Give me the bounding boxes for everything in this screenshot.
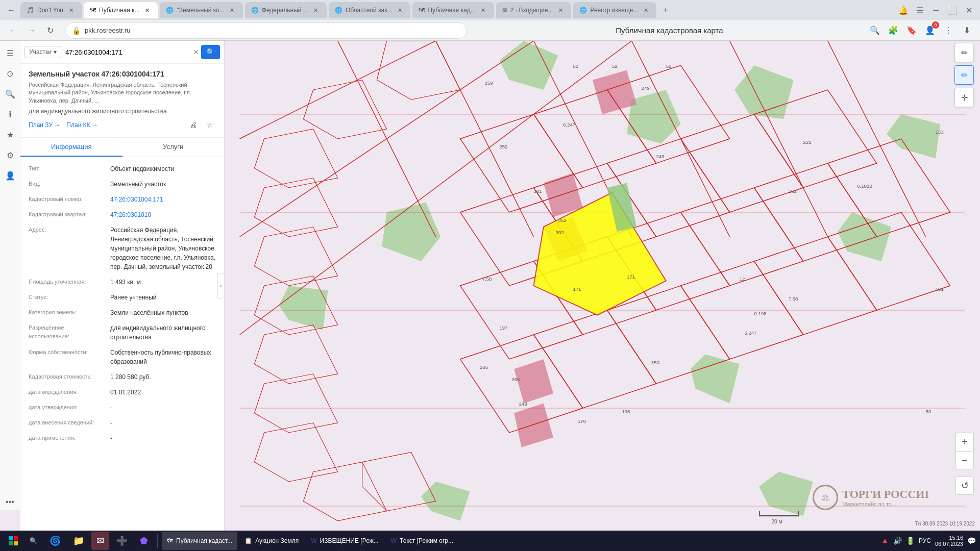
taskbar-word2-label: Текст [Режим огр... (400, 537, 453, 544)
close-btn[interactable]: ✕ (962, 3, 976, 17)
address-bar[interactable]: 🔒 pkk.rosreestr.ru (65, 22, 467, 39)
taskbar-purple-app[interactable]: ⬟ (135, 532, 153, 550)
sidebar-settings-icon[interactable]: ⚙ (2, 147, 18, 163)
favorite-icon[interactable]: ☆ (204, 119, 216, 131)
taskbar-purple-icon: ⬟ (140, 535, 148, 546)
sidebar-home-icon[interactable]: ⊙ (2, 65, 18, 82)
tab-pkk[interactable]: 🗺 Публичная к... ✕ (84, 2, 158, 18)
map-edit-pencil-btn[interactable]: ✏ (954, 43, 974, 62)
taskbar-network-icon[interactable]: 🔺 (880, 537, 889, 545)
maximize-btn[interactable]: ⬜ (945, 3, 960, 17)
map-area[interactable]: 259 52 249 52 52 6.247 259 249 221 153 6… (225, 41, 980, 531)
taskbar-add[interactable]: ➕ (111, 532, 133, 550)
bookmark-btn[interactable]: 🔖 (904, 23, 919, 38)
taskbar-email[interactable]: ✉ (91, 532, 109, 550)
sidebar-user-icon[interactable]: 👤 (2, 167, 18, 184)
search-go-btn[interactable]: 🔍 (201, 45, 220, 59)
taskbar-auction-window[interactable]: 📋 Аукцион Земля (239, 532, 304, 550)
tab-close-6[interactable]: ✕ (479, 6, 488, 15)
tab-federalny[interactable]: 🌐 Федеральный ... ✕ (245, 2, 327, 18)
forward-button[interactable]: → (24, 23, 39, 38)
search-btn[interactable]: 🔍 (868, 23, 882, 38)
prop-label-3: Кадастровый квартал: (29, 210, 110, 219)
tab-close-3[interactable]: ✕ (228, 6, 237, 15)
sidebar-dots-icon[interactable]: ••• (2, 494, 18, 510)
tab-info[interactable]: Информация (20, 138, 122, 157)
taskbar-word1-window[interactable]: W ИЗВЕЩЕНИЕ [Реж... (306, 532, 383, 550)
print-icon[interactable]: 🖨 (187, 119, 200, 131)
search-type-chevron: ▾ (54, 48, 57, 56)
menu-btn[interactable]: ☰ (913, 3, 927, 17)
sidebar-star-icon[interactable]: ★ (2, 127, 18, 143)
svg-text:301: 301 (534, 188, 542, 194)
tab-close-7[interactable]: ✕ (556, 6, 565, 15)
zoom-out-btn[interactable]: − (955, 451, 974, 469)
tab-oblastnoy[interactable]: 🌐 Областной зак... ✕ (329, 2, 411, 18)
taskbar-cortana[interactable]: 🌀 (44, 532, 66, 550)
sidebar-layers-icon[interactable]: ☰ (2, 45, 18, 61)
taskbar-speaker-icon[interactable]: 🔊 (893, 537, 902, 545)
prop-value-date-entered: - (110, 418, 216, 428)
profile-btn[interactable]: 👤 8 (923, 23, 937, 38)
taskbar-word2-window[interactable]: W Текст [Режим огр... (386, 532, 458, 550)
tab-title-4: Федеральный ... (262, 7, 308, 14)
prop-label-1: Вид: (29, 180, 110, 188)
address-bar-row: ← → ↻ 🔒 pkk.rosreestr.ru Публичная кадас… (0, 20, 980, 41)
taskbar-time: 15:16 (949, 535, 963, 541)
taskbar-notifications-icon[interactable]: 💬 (967, 537, 976, 545)
notifications-btn[interactable]: 🔔 (896, 3, 911, 17)
prop-value-date-applied: - (110, 434, 216, 443)
sidebar-search-icon[interactable]: 🔍 (2, 86, 18, 102)
prop-value-cadastral-block[interactable]: 47:26:0301010 (110, 210, 216, 219)
svg-text:52: 52 (573, 63, 578, 69)
svg-text:151: 151 (936, 286, 944, 292)
search-type-dropdown[interactable]: Участки ▾ (24, 46, 61, 58)
svg-text:221: 221 (803, 139, 812, 145)
tab-close-8[interactable]: ✕ (641, 6, 650, 15)
map-edit-active-btn[interactable]: ✏ (954, 65, 974, 85)
map-compass-btn[interactable]: ✛ (954, 88, 974, 107)
panel-collapse-btn[interactable]: ‹ (217, 273, 225, 298)
taskbar-search[interactable]: 🔍 (24, 532, 42, 550)
window-back-btn[interactable]: ← (4, 3, 18, 17)
tab-close-2[interactable]: ✕ (142, 6, 152, 15)
download-btn[interactable]: ⬇ (960, 23, 974, 38)
search-clear-btn[interactable]: ✕ (193, 48, 199, 56)
tab-reestr[interactable]: 🌐 Реестр извеще... ✕ (573, 2, 656, 18)
extensions-btn[interactable]: 🧩 (886, 23, 900, 38)
tab-favicon-7: ✉ (502, 7, 507, 14)
minimize-btn[interactable]: ─ (929, 3, 943, 17)
new-tab-btn[interactable]: + (658, 3, 673, 17)
taskbar-battery-icon[interactable]: 🔋 (906, 537, 915, 545)
plan-zu-link[interactable]: План ЗУ → (29, 121, 60, 129)
taskbar-datetime[interactable]: 15:16 06.07.2023 (935, 535, 963, 547)
rotate-btn[interactable]: ↺ (955, 477, 974, 495)
reload-button[interactable]: ↻ (43, 23, 57, 38)
start-button[interactable] (4, 532, 22, 550)
tab-close-4[interactable]: ✕ (311, 6, 321, 15)
taskbar-pkk-label: Публичная кадаст... (176, 537, 232, 544)
tab-zemelniy[interactable]: 🌐 "Земельный ко... ✕ (160, 2, 242, 18)
tab-close-5[interactable]: ✕ (395, 6, 404, 15)
plan-kk-link[interactable]: План КК → (66, 121, 98, 129)
taskbar-search-icon: 🔍 (30, 537, 37, 544)
search-input[interactable] (63, 46, 191, 58)
taskbar-pkk-window[interactable]: 🗺 Публичная кадаст... (162, 532, 237, 550)
prop-label-4: Адрес: (29, 226, 110, 234)
tab-inbox[interactable]: ✉ 2 · Входящие... ✕ (496, 2, 572, 18)
zoom-in-btn[interactable]: + (955, 433, 974, 451)
prop-row-3: Кадастровый квартал: 47:26:0301010 (20, 207, 224, 222)
taskbar-word1-icon: W (311, 537, 316, 544)
taskbar-explorer[interactable]: 📁 (68, 532, 89, 550)
prop-value-cadastral-number[interactable]: 47:26:0301004:171 (110, 195, 216, 204)
tab-dont-you[interactable]: 🎵 Don't You ✕ (20, 2, 82, 18)
sidebar-info-icon[interactable]: ℹ (2, 106, 18, 122)
tab-publichny2[interactable]: 🗺 Публичная кад... ✕ (412, 2, 494, 18)
browser-menu-btn[interactable]: ⋮ (941, 23, 955, 38)
back-button[interactable]: ← (6, 23, 20, 38)
tab-services[interactable]: Услуги (122, 138, 225, 157)
taskbar-language[interactable]: РУС (919, 537, 931, 544)
prop-row-9: Форма собственности: Собственность публи… (20, 345, 224, 369)
svg-text:265: 265 (480, 364, 488, 370)
tab-close-1[interactable]: ✕ (66, 6, 76, 15)
